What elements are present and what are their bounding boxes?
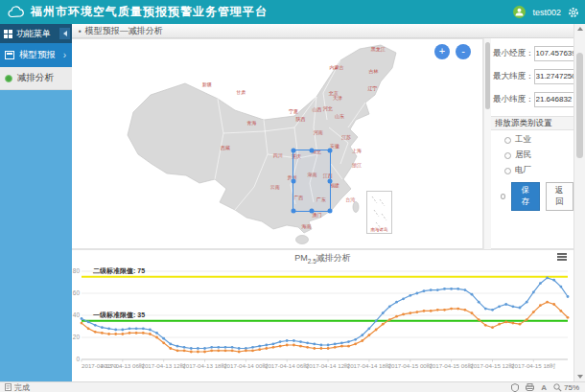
radio-label: 工业 <box>515 134 531 146</box>
china-map-panel[interactable]: 新疆甘肃青海西藏四川重庆云南贵州广西广东湖南湖北江西福建浙江安徽上海江苏河南山东… <box>72 38 483 249</box>
svg-text:一级标准限值: 35: 一级标准限值: 35 <box>93 311 145 319</box>
sidebar-menu-header[interactable]: 功能菜单 <box>0 24 72 43</box>
printer-icon[interactable] <box>526 383 534 391</box>
zoom-level-control[interactable]: 75% <box>553 383 579 392</box>
svg-text:2017-04-14 18时: 2017-04-14 18时 <box>347 362 391 369</box>
radio-label: 居民 <box>515 150 531 161</box>
selection-handle[interactable] <box>309 148 314 152</box>
gear-icon[interactable] <box>568 7 579 18</box>
sidebar-item-label: 模型预报 <box>19 49 56 61</box>
save-button[interactable]: 保存 <box>511 182 539 211</box>
map-zoom-out-button[interactable]: - <box>456 44 471 59</box>
selection-handle[interactable] <box>327 178 332 183</box>
panel-scrollbar-thumb[interactable] <box>485 42 490 109</box>
scroll-up-icon[interactable] <box>574 24 585 34</box>
svg-text:2017-04-13 12时: 2017-04-13 12时 <box>141 362 185 369</box>
svg-text:2017-04-14 00时: 2017-04-14 00时 <box>223 362 268 369</box>
min-longitude-row: 最小经度： <box>493 45 572 61</box>
font-size-icon[interactable]: A <box>541 383 547 392</box>
svg-text:2017-04-15 18时: 2017-04-15 18时 <box>511 362 555 369</box>
protected-mode-icon[interactable] <box>511 383 519 392</box>
svg-text:二级标准限值: 75: 二级标准限值: 75 <box>93 266 145 275</box>
inset-label: 南海诸岛 <box>371 227 388 232</box>
radio-icon[interactable] <box>504 137 511 144</box>
svg-text:2017-04-15 12时: 2017-04-15 12时 <box>470 362 514 369</box>
sidebar: 功能菜单 模型预报 减排分析 <box>0 24 72 381</box>
radio-icon[interactable] <box>504 168 511 174</box>
radio-powerplant[interactable]: 电厂 <box>504 165 573 176</box>
svg-text:40: 40 <box>73 311 81 318</box>
app-header: 福州市环境空气质量预报预警业务管理平台 test002 <box>0 0 585 24</box>
sidebar-item-model-forecast[interactable]: 模型预报 <box>0 43 72 67</box>
taiwan-island <box>353 202 359 213</box>
pm25-line-chart: 0204060802017-04-13 0...2017-04-13 06时20… <box>72 264 573 380</box>
svg-text:0: 0 <box>76 356 80 362</box>
page-status-icon <box>5 383 12 391</box>
user-avatar[interactable] <box>513 6 526 18</box>
panel-scrollbar[interactable] <box>483 38 491 249</box>
status-text: 完成 <box>14 382 30 392</box>
svg-text:2017-04-14 12时: 2017-04-14 12时 <box>306 362 350 369</box>
selection-rectangle[interactable] <box>292 150 330 212</box>
cloud-logo-icon <box>8 6 25 18</box>
zoom-level-text[interactable]: 75% <box>564 383 579 392</box>
emission-source-section-title: 排放源类别设置 <box>491 116 573 130</box>
min-longitude-label: 最小经度： <box>493 48 534 59</box>
svg-text:60: 60 <box>73 289 81 296</box>
radio-unlabeled[interactable] <box>501 194 505 199</box>
page-title: 福州市环境空气质量预报预警业务管理平台 <box>31 4 268 20</box>
svg-text:2017-04-13 06时: 2017-04-13 06时 <box>101 362 145 369</box>
min-latitude-row: 最小纬度： <box>493 91 572 107</box>
username[interactable]: test002 <box>532 8 561 17</box>
selection-handle[interactable] <box>327 209 332 214</box>
magnifier-icon <box>553 383 562 392</box>
main-area: 模型预报—减排分析 新疆甘肃青海西藏四川重庆云南贵州广西广东湖南湖北江西福建浙江… <box>72 24 573 381</box>
svg-text:2017-04-15 00时: 2017-04-15 00时 <box>388 362 433 369</box>
svg-text:80: 80 <box>73 267 81 274</box>
green-dot-icon <box>5 75 12 82</box>
breadcrumb: 模型预报—减排分析 <box>72 24 573 38</box>
settings-panel: 最小经度： 最大纬度： 最小纬度： 排放源类别设置 工业 <box>491 38 573 249</box>
south-china-sea-inset: 南海诸岛 <box>366 191 392 234</box>
selection-handle[interactable] <box>292 209 296 214</box>
selection-handle[interactable] <box>309 209 314 214</box>
radio-icon[interactable] <box>504 152 511 159</box>
collapse-sidebar-icon[interactable] <box>59 28 70 39</box>
model-forecast-icon <box>5 51 14 59</box>
sidebar-item-label: 减排分析 <box>17 72 54 84</box>
back-button[interactable]: 返回 <box>546 182 573 211</box>
radio-resident[interactable]: 居民 <box>504 150 573 161</box>
radio-industry[interactable]: 工业 <box>504 134 573 146</box>
max-latitude-row: 最大纬度： <box>493 68 572 84</box>
svg-text:2017-04-15 06时: 2017-04-15 06时 <box>429 362 473 369</box>
sidebar-menu-title: 功能菜单 <box>16 28 51 40</box>
svg-text:2017-04-13 18时: 2017-04-13 18时 <box>182 362 226 369</box>
sidebar-item-reduction-analysis[interactable]: 减排分析 <box>0 67 72 90</box>
min-latitude-label: 最小纬度： <box>493 94 534 105</box>
selection-handle[interactable] <box>327 148 332 152</box>
page-scrollbar[interactable] <box>573 24 585 381</box>
page-scrollbar-thumb[interactable] <box>576 53 583 158</box>
hainan-island <box>296 236 309 244</box>
radio-label: 电厂 <box>515 165 531 176</box>
status-bar: 完成 A 75% <box>0 381 585 392</box>
svg-text:2017-04-14 06时: 2017-04-14 06时 <box>265 362 309 369</box>
scroll-down-icon[interactable] <box>574 372 585 381</box>
svg-text:20: 20 <box>73 334 81 340</box>
selection-handle[interactable] <box>292 178 296 183</box>
max-latitude-label: 最大纬度： <box>493 71 534 82</box>
menu-grid-icon <box>4 30 12 38</box>
pm25-chart-panel: PM2.5减排分析 0204060802017-04-13 0...2017-0… <box>72 249 573 381</box>
selection-handle[interactable] <box>292 148 296 152</box>
map-zoom-in-button[interactable]: + <box>434 44 450 59</box>
chart-menu-icon[interactable] <box>557 253 567 262</box>
china-map <box>72 39 483 249</box>
